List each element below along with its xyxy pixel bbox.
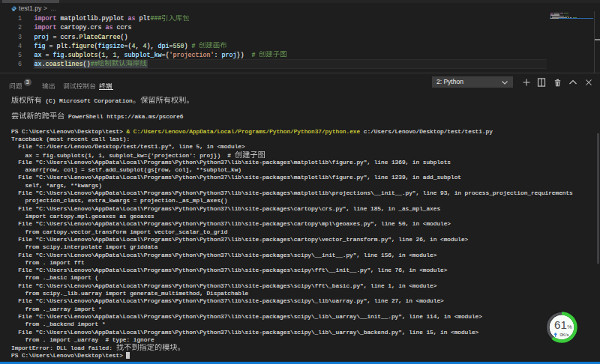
svg-text:0K/s: 0K/s	[560, 333, 568, 337]
svg-text:61: 61	[554, 318, 567, 331]
svg-text:%: %	[567, 324, 572, 330]
